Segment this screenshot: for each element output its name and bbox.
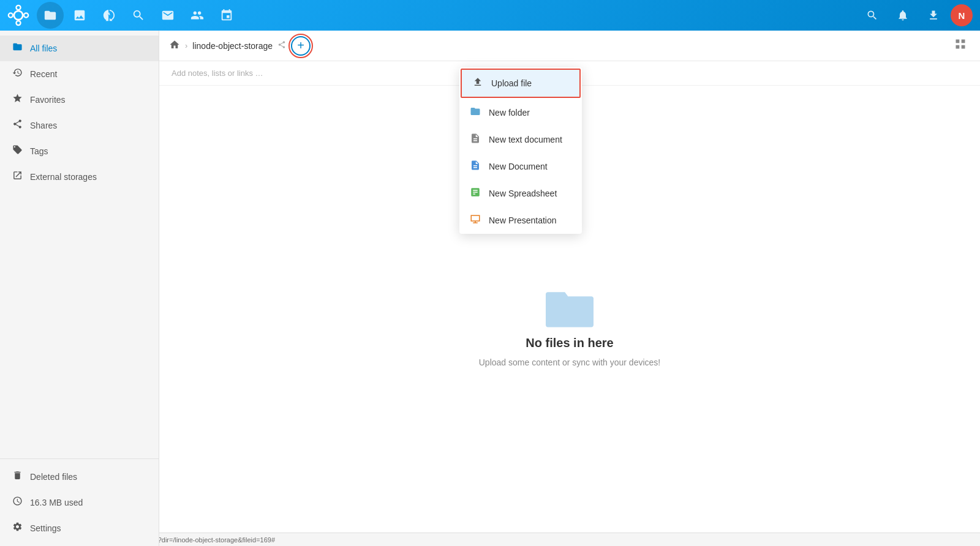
add-new-button[interactable]: + xyxy=(291,36,311,56)
recent-icon xyxy=(12,67,23,81)
shares-icon xyxy=(12,119,23,132)
files-nav-icon[interactable] xyxy=(37,2,64,29)
activity-nav-icon[interactable] xyxy=(96,2,123,29)
favorites-icon xyxy=(12,93,23,107)
new-folder-label: New folder xyxy=(489,108,530,118)
empty-folder-icon xyxy=(545,289,594,329)
sidebar-item-all-files[interactable]: All files xyxy=(0,36,159,61)
svg-point-0 xyxy=(14,11,23,20)
sidebar-item-storage-usage: 16.3 MB used xyxy=(0,490,159,515)
tags-label: Tags xyxy=(30,146,48,156)
settings-icon xyxy=(12,522,23,535)
notifications-button[interactable] xyxy=(889,2,916,29)
new-document-label: New Document xyxy=(489,162,548,171)
downloads-button[interactable] xyxy=(920,2,947,29)
sidebar-item-deleted-files[interactable]: Deleted files xyxy=(0,464,159,490)
nav-left xyxy=(7,2,240,29)
photos-nav-icon[interactable] xyxy=(66,2,93,29)
external-storages-label: External storages xyxy=(30,172,97,182)
upload-file-item[interactable]: Upload file xyxy=(461,69,581,98)
spreadsheet-icon xyxy=(469,187,481,200)
sidebar: All files Recent Favorites Shares Tags xyxy=(0,31,159,546)
notes-placeholder: Add notes, lists or links … xyxy=(172,69,263,78)
svg-point-2 xyxy=(16,21,20,25)
all-files-label: All files xyxy=(30,43,57,53)
deleted-files-icon xyxy=(12,470,23,484)
document-icon xyxy=(469,160,481,173)
sidebar-footer: Deleted files 16.3 MB used Settings xyxy=(0,458,159,546)
sidebar-item-tags[interactable]: Tags xyxy=(0,138,159,164)
user-avatar[interactable]: N xyxy=(951,4,973,26)
empty-state-subtitle: Upload some content or sync with your de… xyxy=(479,357,660,367)
external-storages-icon xyxy=(12,170,23,184)
new-spreadsheet-item[interactable]: New Spreadsheet xyxy=(459,180,582,207)
sidebar-main: All files Recent Favorites Shares Tags xyxy=(0,31,159,458)
calendar-nav-icon[interactable] xyxy=(213,2,240,29)
recent-label: Recent xyxy=(30,69,57,79)
new-text-doc-label: New text document xyxy=(489,135,562,144)
tags-icon xyxy=(12,144,23,158)
svg-point-3 xyxy=(9,13,13,17)
breadcrumb-separator: › xyxy=(185,41,187,50)
current-folder-label: linode-object-storage xyxy=(192,41,273,51)
dropdown-menu: Upload file New folder New text document… xyxy=(459,67,582,234)
search-button[interactable] xyxy=(859,2,886,29)
sidebar-item-recent[interactable]: Recent xyxy=(0,61,159,87)
all-files-icon xyxy=(12,42,23,55)
nav-right: N xyxy=(859,2,973,29)
folder-icon xyxy=(469,106,481,119)
breadcrumb-bar: › linode-object-storage + xyxy=(159,31,980,61)
presentation-icon xyxy=(469,214,481,227)
main-content: › linode-object-storage + Add notes, lis… xyxy=(159,31,980,546)
storage-usage-label: 16.3 MB used xyxy=(30,498,83,507)
empty-state-title: No files in here xyxy=(526,336,613,350)
share-breadcrumb-icon[interactable] xyxy=(277,40,286,51)
new-document-item[interactable]: New Document xyxy=(459,153,582,180)
mail-nav-icon[interactable] xyxy=(154,2,181,29)
contacts-nav-icon[interactable] xyxy=(184,2,211,29)
new-text-doc-item[interactable]: New text document xyxy=(459,126,582,153)
settings-label: Settings xyxy=(30,523,61,533)
upload-file-label: Upload file xyxy=(491,78,532,88)
search-nav-icon[interactable] xyxy=(125,2,152,29)
new-folder-item[interactable]: New folder xyxy=(459,99,582,126)
text-doc-icon xyxy=(469,133,481,146)
svg-point-4 xyxy=(24,13,28,17)
shares-label: Shares xyxy=(30,121,57,130)
grid-toggle-button[interactable] xyxy=(951,34,970,57)
svg-point-1 xyxy=(16,6,20,10)
logo[interactable] xyxy=(7,4,29,26)
deleted-files-label: Deleted files xyxy=(30,472,77,482)
top-navigation: N xyxy=(0,0,980,31)
storage-usage-icon xyxy=(12,496,23,509)
upload-icon xyxy=(472,77,484,90)
sidebar-item-settings[interactable]: Settings xyxy=(0,515,159,541)
new-presentation-item[interactable]: New Presentation xyxy=(459,207,582,234)
new-presentation-label: New Presentation xyxy=(489,215,557,225)
sidebar-item-shares[interactable]: Shares xyxy=(0,113,159,138)
new-spreadsheet-label: New Spreadsheet xyxy=(489,189,557,198)
sidebar-item-favorites[interactable]: Favorites xyxy=(0,87,159,113)
sidebar-item-external-storages[interactable]: External storages xyxy=(0,164,159,190)
home-breadcrumb[interactable] xyxy=(169,39,180,53)
favorites-label: Favorites xyxy=(30,95,66,105)
